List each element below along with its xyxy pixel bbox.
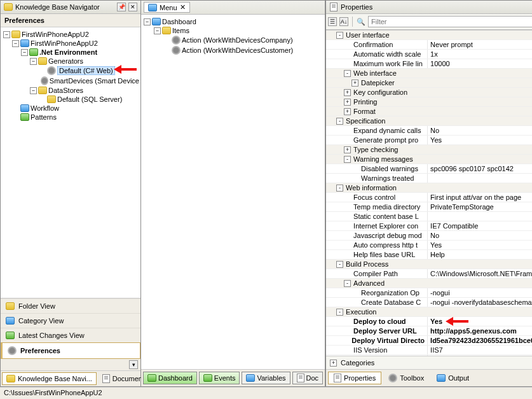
- property-value[interactable]: [428, 212, 532, 221]
- property-row[interactable]: −Auto compress http tYes: [326, 241, 532, 250]
- expander[interactable]: −: [144, 18, 151, 25]
- tree-label[interactable]: Action (WorkWithDevicesCustomer): [182, 46, 293, 54]
- property-value[interactable]: Help: [428, 250, 532, 259]
- property-row[interactable]: −Expand dynamic callsNo: [326, 126, 532, 136]
- property-value[interactable]: http://apps5.genexus.com/Id5ea792423d230…: [428, 355, 532, 356]
- property-row[interactable]: −ConfirmationNever prompt: [326, 40, 532, 50]
- property-row[interactable]: −Disabled warningsspc0096 spc0107 spc014…: [326, 164, 532, 174]
- property-row[interactable]: −Internet Explorer conIE7 Compatible: [326, 221, 532, 231]
- property-value[interactable]: Yes: [428, 136, 532, 144]
- tree-label[interactable]: Items: [172, 27, 189, 34]
- property-row[interactable]: −Deploy Server URLhttp://apps5.genexus.c…: [326, 326, 532, 336]
- expander[interactable]: +: [351, 80, 358, 87]
- tree-label[interactable]: Workflow: [31, 104, 59, 112]
- property-value[interactable]: C:\Windows\Microsoft.NET\Framework\v3.5\…: [428, 269, 532, 278]
- dashboard-tab[interactable]: Dashboard: [143, 372, 197, 384]
- expander[interactable]: −: [21, 49, 28, 56]
- property-value[interactable]: -nogui -noverifydatabaseschema: [428, 298, 532, 307]
- dropdown-button[interactable]: ▾: [129, 360, 138, 369]
- expander[interactable]: -: [344, 156, 351, 163]
- property-value[interactable]: -nogui: [428, 288, 532, 297]
- property-row[interactable]: −Maximum work File lin10000: [326, 59, 532, 69]
- property-row[interactable]: −Javascript debug modNo: [326, 231, 532, 241]
- property-row[interactable]: −Generate prompt proYes: [326, 136, 532, 145]
- tree-label[interactable]: SmartDevices (Smart Device: [50, 77, 139, 85]
- property-category[interactable]: -User interface: [326, 31, 532, 40]
- tree-label[interactable]: Default (SQL Server): [57, 95, 122, 103]
- property-value[interactable]: 10000: [428, 59, 532, 68]
- categorized-button[interactable]: ☰: [328, 17, 337, 26]
- expander[interactable]: −: [154, 27, 161, 34]
- expander[interactable]: +: [344, 146, 351, 153]
- property-value[interactable]: Id5ea792423d23065521961bce0546bb8d: [428, 336, 532, 345]
- kbn-tab[interactable]: Knowledge Base Navi...: [2, 372, 97, 385]
- property-value[interactable]: http://apps5.genexus.com: [428, 326, 532, 335]
- property-row[interactable]: −Deploy to cloudYes: [326, 317, 532, 326]
- expander[interactable]: -: [336, 185, 343, 192]
- expander[interactable]: -: [336, 261, 343, 268]
- expander[interactable]: +: [344, 89, 351, 96]
- property-category[interactable]: -Warning messages: [326, 155, 532, 164]
- property-value[interactable]: No: [428, 126, 532, 135]
- expander[interactable]: −: [3, 31, 10, 38]
- expander[interactable]: -: [336, 309, 343, 316]
- property-value[interactable]: [428, 174, 532, 183]
- editor-body[interactable]: −Dashboard −Items Action (WorkWithDevice…: [141, 15, 325, 369]
- variables-tab[interactable]: Variables: [242, 372, 290, 384]
- property-row[interactable]: −Automatic width scale1x: [326, 50, 532, 59]
- filter-input[interactable]: [368, 16, 532, 27]
- properties-tab[interactable]: Properties: [328, 372, 381, 384]
- close-icon[interactable]: ✕: [180, 3, 186, 11]
- property-row[interactable]: −Compiler PathC:\Windows\Microsoft.NET\F…: [326, 269, 532, 279]
- property-row[interactable]: −Focus controlFirst input att/var on the…: [326, 193, 532, 202]
- doc-tab[interactable]: Doc: [292, 372, 324, 384]
- preferences-tree[interactable]: −FirstWinPhoneAppU2 −FirstWinPhoneAppU2 …: [1, 27, 140, 298]
- property-row[interactable]: −Deploy Virtual DirectoId5ea792423d23065…: [326, 336, 532, 346]
- toolbox-tab[interactable]: Toolbox: [383, 372, 430, 384]
- close-button[interactable]: ✕: [128, 3, 137, 11]
- property-row[interactable]: −Reorganization Op-nogui: [326, 288, 532, 298]
- property-category[interactable]: +Type checking: [326, 145, 532, 155]
- property-row[interactable]: −Help files base URLHelp: [326, 250, 532, 260]
- tree-label[interactable]: Generators: [48, 57, 83, 65]
- folder-view[interactable]: Folder View: [1, 298, 140, 313]
- tree-label-selected[interactable]: Default (C# Web): [57, 66, 115, 75]
- expander[interactable]: -: [344, 280, 351, 287]
- tree-label[interactable]: Dashboard: [162, 18, 196, 25]
- expander[interactable]: −: [12, 40, 19, 47]
- property-value[interactable]: IE7 Compatible: [428, 221, 532, 230]
- category-view[interactable]: Category View: [1, 313, 140, 328]
- categories-toggle[interactable]: +Categories: [326, 356, 532, 369]
- expander[interactable]: +: [344, 108, 351, 115]
- property-category[interactable]: -Web information: [326, 183, 532, 193]
- properties-grid[interactable]: -User interface−ConfirmationNever prompt…: [326, 30, 532, 356]
- property-category[interactable]: -Execution: [326, 307, 532, 317]
- expander[interactable]: -: [336, 118, 343, 125]
- latest-changes-view[interactable]: Latest Changes View: [1, 328, 140, 342]
- property-category[interactable]: -Build Process: [326, 260, 532, 269]
- property-category[interactable]: -Web interface: [326, 69, 532, 78]
- property-value[interactable]: No: [428, 231, 532, 240]
- property-value[interactable]: PrivateTempStorage: [428, 202, 532, 211]
- expander[interactable]: −: [30, 58, 37, 65]
- property-row[interactable]: −Create Database C-nogui -noverifydataba…: [326, 298, 532, 307]
- alphabetical-button[interactable]: A↓: [339, 17, 348, 26]
- property-value[interactable]: Yes: [428, 317, 532, 326]
- property-row[interactable]: −Temp media directoryPrivateTempStorage: [326, 202, 532, 212]
- menu-tab[interactable]: Menu✕: [144, 2, 190, 13]
- property-value[interactable]: First input att/var on the page: [428, 193, 532, 202]
- property-value[interactable]: IIS7: [428, 346, 532, 354]
- output-tab[interactable]: Output: [431, 372, 475, 384]
- property-category[interactable]: +Printing: [326, 97, 532, 107]
- expander[interactable]: +: [344, 99, 351, 106]
- property-category[interactable]: +Format: [326, 107, 532, 116]
- tree-label[interactable]: Action (WorkWithDevicesCompany): [182, 36, 293, 44]
- property-row[interactable]: −Warnings treated: [326, 174, 532, 183]
- tree-label[interactable]: DataStores: [48, 87, 83, 94]
- property-row[interactable]: −Static content base L: [326, 212, 532, 221]
- property-category[interactable]: +Datepicker: [326, 78, 532, 88]
- tree-label[interactable]: Patterns: [31, 113, 57, 121]
- expander[interactable]: −: [30, 87, 37, 94]
- property-category[interactable]: +Key configuration: [326, 88, 532, 97]
- tree-label[interactable]: FirstWinPhoneAppU2: [22, 31, 89, 38]
